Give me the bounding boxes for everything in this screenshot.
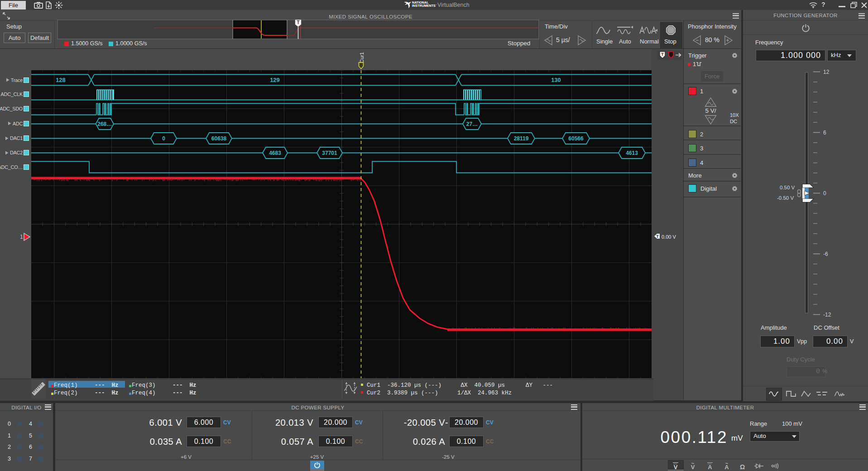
svg-text:-6: -6 (823, 251, 828, 257)
svg-text:-12: -12 (823, 312, 831, 318)
svg-text:0: 0 (823, 190, 826, 197)
svg-text:6: 6 (823, 130, 826, 136)
svg-text:12: 12 (823, 69, 830, 75)
